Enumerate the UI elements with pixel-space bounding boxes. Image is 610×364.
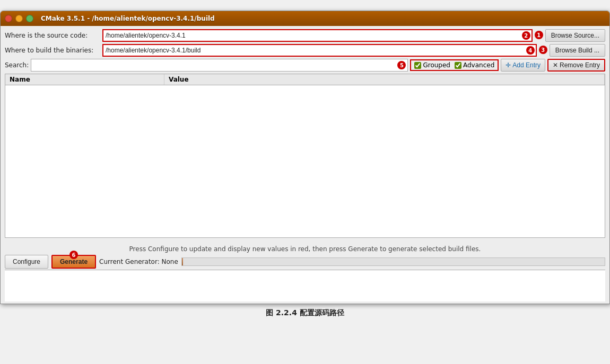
add-entry-label: Add Entry — [512, 61, 541, 69]
badge-4: 4 — [526, 46, 535, 55]
search-label: Search: — [5, 61, 29, 69]
badge-5: 5 — [397, 61, 406, 69]
remove-entry-button[interactable]: ✕ Remove Entry — [547, 59, 605, 72]
build-input[interactable] — [102, 44, 537, 57]
build-input-container: 4 — [102, 44, 537, 57]
caption: 图 2.2.4 配置源码路径 — [266, 308, 344, 318]
status-text: Press Configure to update and display ne… — [5, 245, 605, 253]
cmake-window: CMake 3.5.1 - /home/alientek/opencv-3.4.… — [0, 11, 610, 304]
search-input[interactable] — [31, 59, 408, 72]
browse-source-button[interactable]: Browse Source... — [545, 29, 605, 42]
x-icon: ✕ — [553, 61, 558, 69]
source-input[interactable] — [102, 29, 533, 42]
remove-entry-label: Remove Entry — [560, 61, 600, 69]
badge-2: 2 — [522, 31, 530, 40]
name-column-header: Name — [5, 74, 164, 85]
window-title: CMake 3.5.1 - /home/alientek/opencv-3.4.… — [41, 15, 215, 22]
source-row: Where is the source code: 2 1 Browse Sou… — [5, 29, 605, 42]
build-row: Where to build the binaries: 4 3 Browse … — [5, 44, 605, 57]
minimize-button[interactable] — [15, 15, 23, 22]
configure-button[interactable]: Configure — [5, 255, 48, 269]
maximize-button[interactable] — [26, 15, 33, 22]
source-label: Where is the source code: — [5, 32, 100, 39]
build-label: Where to build the binaries: — [5, 47, 100, 54]
log-area — [5, 270, 605, 301]
grouped-checkbox-label[interactable]: Grouped — [414, 61, 450, 69]
progress-bar-fill — [182, 258, 183, 265]
browse-build-button[interactable]: Browse Build ... — [550, 44, 605, 57]
generator-label: Current Generator: None — [99, 258, 178, 265]
badge-1: 1 — [535, 31, 543, 39]
value-column-header: Value — [164, 74, 605, 85]
close-button[interactable] — [5, 15, 12, 22]
grouped-label: Grouped — [423, 61, 450, 69]
bottom-bar: Press Configure to update and display ne… — [1, 243, 609, 304]
source-input-container: 2 — [102, 29, 533, 42]
advanced-checkbox[interactable] — [455, 62, 461, 69]
table-header: Name Value — [5, 74, 605, 85]
plus-icon: ✛ — [506, 61, 511, 69]
add-entry-button[interactable]: ✛ Add Entry — [501, 59, 545, 72]
main-content: Where is the source code: 2 1 Browse Sou… — [1, 26, 609, 243]
progress-bar — [181, 258, 605, 266]
grouped-checkbox[interactable] — [414, 62, 421, 69]
titlebar: CMake 3.5.1 - /home/alientek/opencv-3.4.… — [1, 11, 609, 26]
advanced-label: Advanced — [463, 61, 494, 69]
search-row: Search: 5 Grouped Advanced ✛ Add Entry — [5, 59, 605, 72]
search-input-container: 5 — [31, 59, 408, 72]
advanced-checkbox-label[interactable]: Advanced — [455, 61, 494, 69]
badge-6: 6 — [69, 251, 78, 259]
cmake-table: Name Value — [5, 74, 605, 238]
options-group: Grouped Advanced — [410, 59, 499, 71]
badge-3: 3 — [539, 46, 547, 54]
bottom-controls: Configure 6 Generate Current Generator: … — [5, 255, 605, 269]
